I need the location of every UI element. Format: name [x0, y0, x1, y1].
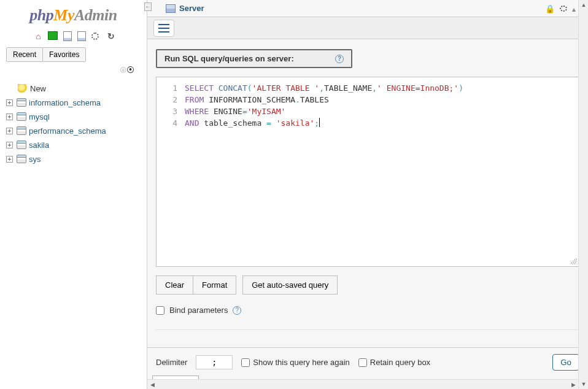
- tree-new[interactable]: New: [6, 82, 141, 96]
- doc-icon[interactable]: [61, 31, 71, 41]
- tree-db-sakila[interactable]: + sakila: [6, 138, 141, 152]
- divider: [156, 329, 579, 330]
- op: =: [242, 107, 247, 116]
- help-icon[interactable]: ?: [335, 55, 344, 63]
- hamburger-menu[interactable]: [153, 20, 174, 37]
- tree-db-mysql[interactable]: + mysql: [6, 110, 141, 124]
- db-label: sakila: [29, 141, 49, 150]
- text-cursor: [319, 118, 320, 127]
- fn: CONCAT: [219, 83, 247, 93]
- sql-editor[interactable]: 1 2 3 4 SELECT CONCAT('ALTER TABLE ',TAB…: [156, 77, 579, 267]
- delimiter-input[interactable]: [196, 355, 233, 369]
- database-icon: [17, 155, 26, 163]
- expander-icon[interactable]: +: [6, 114, 13, 120]
- expander-icon[interactable]: +: [6, 156, 13, 163]
- bind-params-label: Bind parameters: [169, 306, 228, 315]
- database-icon: [17, 126, 26, 135]
- new-icon: [18, 84, 28, 93]
- lock-icon[interactable]: [545, 4, 555, 13]
- logo[interactable]: phpMyAdmin: [6, 4, 141, 28]
- line-number: 1: [157, 82, 177, 94]
- scroll-left-icon[interactable]: ◀: [147, 380, 157, 389]
- gear-icon[interactable]: [90, 31, 100, 41]
- kw: WHERE: [185, 107, 209, 116]
- line-number: 3: [157, 106, 177, 117]
- tree-db-sys[interactable]: + sys: [6, 152, 141, 166]
- help-icon[interactable]: ?: [233, 306, 241, 315]
- expander-icon[interactable]: +: [6, 142, 13, 148]
- vertical-scrollbar[interactable]: ▲ ▼: [578, 0, 588, 389]
- code-area[interactable]: SELECT CONCAT('ALTER TABLE ',TABLE_NAME,…: [182, 77, 579, 266]
- retain-box-wrap[interactable]: Retain query box: [358, 358, 430, 367]
- sidebar-collapse-handle[interactable]: ←: [144, 2, 152, 11]
- sql-icon[interactable]: [47, 31, 56, 41]
- panel-title: Run SQL query/queries on server:: [164, 54, 294, 63]
- go-button[interactable]: Go: [552, 354, 579, 371]
- expander-icon[interactable]: +: [6, 99, 13, 106]
- sidebar-tabs: Recent Favorites: [6, 47, 141, 62]
- home-icon[interactable]: [32, 31, 42, 41]
- comma: ,: [372, 83, 377, 93]
- menubar: [147, 17, 588, 39]
- reload-icon[interactable]: [105, 31, 115, 41]
- str: ' ENGINE=InnoDB;': [377, 83, 458, 93]
- tree-db-information-schema[interactable]: + information_schema: [6, 96, 141, 110]
- ident: table_schema: [204, 118, 261, 128]
- kw: FROM: [185, 95, 204, 104]
- scroll-right-icon[interactable]: ▶: [568, 380, 578, 389]
- comma: ,: [319, 83, 324, 93]
- line-number: 4: [157, 117, 177, 129]
- tree-new-label: New: [30, 84, 46, 93]
- show-again-checkbox[interactable]: [241, 358, 250, 367]
- retain-box-checkbox[interactable]: [358, 358, 367, 367]
- gear-icon[interactable]: [559, 4, 568, 13]
- ident: TABLE_NAME: [324, 83, 372, 93]
- semi: ;: [314, 118, 319, 128]
- logo-part2: My: [53, 6, 74, 24]
- panel-header: Run SQL query/queries on server: ?: [156, 49, 352, 68]
- bottom-bar: Delimiter Show this query here again Ret…: [147, 347, 588, 376]
- link-icon[interactable]: ⦿: [120, 65, 134, 74]
- resize-handle[interactable]: [569, 256, 578, 265]
- server-breadcrumb[interactable]: Server: [179, 4, 204, 13]
- server-icon: [166, 4, 176, 13]
- db-label: mysql: [29, 112, 50, 121]
- get-autosaved-button[interactable]: Get auto-saved query: [242, 275, 338, 295]
- ident: ENGINE: [214, 107, 242, 116]
- retain-box-label: Retain query box: [370, 358, 430, 367]
- dot: .: [295, 95, 300, 104]
- line-number: 2: [157, 94, 177, 106]
- clear-button[interactable]: Clear: [156, 275, 193, 295]
- bind-params-checkbox[interactable]: [156, 306, 164, 315]
- sidebar: phpMyAdmin Recent Favorites ⦿ New +: [0, 0, 147, 389]
- show-again-label: Show this query here again: [253, 358, 350, 367]
- content: Run SQL query/queries on server: ? 1 2 3…: [147, 39, 588, 347]
- horizontal-scrollbar[interactable]: ◀ ▶: [147, 379, 578, 389]
- scroll-down-icon[interactable]: ▼: [579, 379, 588, 389]
- paren: ): [458, 83, 463, 93]
- logo-part1: php: [29, 6, 53, 24]
- db-label: information_schema: [29, 98, 101, 107]
- topbar-right: [545, 4, 582, 13]
- logo-part3: Admin: [74, 6, 117, 24]
- database-icon: [17, 98, 26, 107]
- scroll-up-icon[interactable]: ▲: [579, 0, 588, 10]
- show-again-wrap[interactable]: Show this query here again: [241, 358, 350, 367]
- kw: SELECT: [185, 83, 214, 93]
- delimiter-label: Delimiter: [156, 358, 187, 367]
- tab-recent[interactable]: Recent: [6, 47, 43, 62]
- expander-icon[interactable]: +: [6, 128, 13, 134]
- db-label: performance_schema: [29, 126, 106, 136]
- settings-icon[interactable]: [75, 31, 85, 41]
- database-icon: [17, 141, 26, 149]
- main: ← Server Run SQL query/queries on server…: [147, 0, 588, 389]
- line-gutter: 1 2 3 4: [157, 77, 182, 266]
- format-button[interactable]: Format: [193, 275, 236, 295]
- sidebar-toolbar: [6, 28, 141, 47]
- bind-params-row: Bind parameters ?: [156, 306, 579, 315]
- tree-db-performance-schema[interactable]: + performance_schema: [6, 124, 141, 138]
- tab-favorites[interactable]: Favorites: [42, 47, 86, 62]
- link-icon-row: ⦿: [6, 64, 141, 75]
- ident: TABLES: [300, 95, 329, 104]
- ident: INFORMATION_SCHEMA: [209, 95, 295, 104]
